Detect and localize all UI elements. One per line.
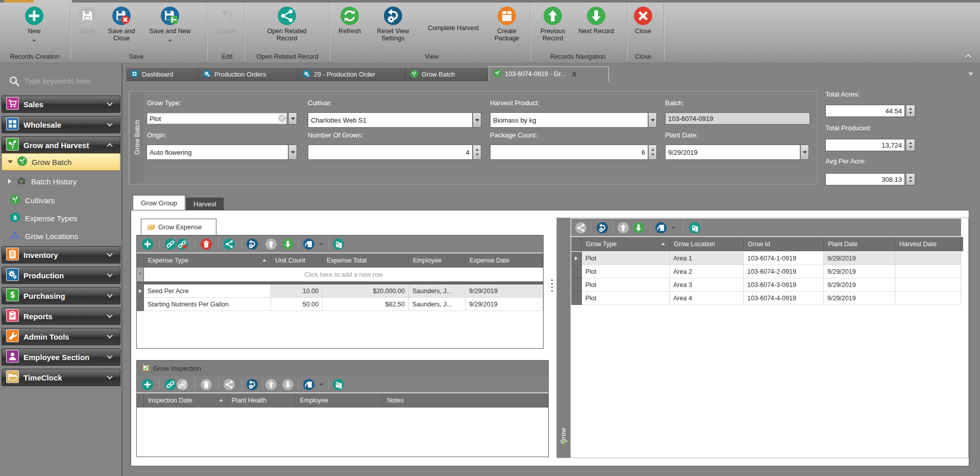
add-row-text[interactable]: Click here to add a new row [144, 268, 543, 281]
table-cell[interactable]: 50.00 [271, 298, 323, 311]
sidebar-item-expense-types[interactable]: $ Expense Types [2, 210, 120, 226]
table-row[interactable]: Seed Per Acre10.00$20,000.00Saunders, J.… [137, 284, 543, 298]
save-and-new-button[interactable]: Save and New [137, 4, 203, 43]
table-row[interactable]: PlotArea 3103-6074-3-09199/29/2019 [571, 278, 963, 292]
table-cell[interactable]: 103-6074-3-0919 [744, 278, 824, 292]
avg-per-acre-spinner[interactable] [906, 173, 915, 185]
sidebar-item-inventory[interactable]: Inventory [2, 246, 120, 264]
splitter-handle[interactable] [551, 279, 553, 292]
refresh-button[interactable]: Refresh [330, 4, 369, 35]
package-count-field[interactable]: 6 [490, 145, 648, 160]
tab-29-production-order[interactable]: 29 - Production Order [298, 68, 406, 81]
column-header-grow-id[interactable]: Grow Id [744, 237, 824, 251]
export-dropdown-icon[interactable] [319, 243, 323, 245]
table-row[interactable]: PlotArea 4103-6074-4-09199/29/2019 [571, 292, 963, 305]
plant-date-field[interactable]: 9/29/2019 [665, 145, 800, 160]
tab-103-6074-0919-gr-[interactable]: 103-6074-0919 - Gr...X [488, 66, 609, 81]
column-header-inspection-date[interactable]: Inspection Date [144, 393, 228, 408]
table-cell[interactable] [895, 265, 961, 278]
origin-field-dropdown-button[interactable] [288, 145, 297, 160]
column-header-expense-date[interactable]: Expense Date [465, 253, 543, 268]
grow-expense-tab[interactable]: $ Grow Expense [141, 219, 216, 235]
export-dropdown-icon[interactable] [671, 227, 675, 229]
reset-view-settings-button[interactable]: Reset View Settings [369, 4, 418, 42]
table-cell[interactable]: 9/29/2019 [465, 284, 543, 298]
column-header-employee[interactable]: Employee [409, 253, 465, 268]
sidebar-item-purchasing[interactable]: $ Purchasing [2, 287, 120, 304]
cancel-button[interactable]: Cancel [209, 4, 245, 35]
harvest-product-field[interactable]: Biomass by kg [490, 112, 648, 128]
table-cell[interactable]: Plot [582, 292, 670, 305]
origin-field[interactable]: Auto flowering [146, 145, 288, 160]
add-button[interactable] [142, 379, 153, 390]
table-cell[interactable]: $82.50 [323, 298, 409, 311]
tab-grow-group[interactable]: Grow Group [133, 195, 185, 210]
add-button[interactable] [142, 239, 153, 250]
column-header-expense-total[interactable]: Expense Total [323, 253, 409, 268]
column-header-notes[interactable]: Notes [383, 393, 548, 408]
sidebar-item-admin-tools[interactable]: Admin Tools [2, 328, 120, 345]
save-button[interactable]: Save [72, 4, 103, 35]
sidebar-item-reports[interactable]: Reports [2, 307, 120, 325]
sidebar-item-timeclock[interactable]: TimeClock [2, 369, 120, 386]
total-acres-spinner[interactable] [906, 105, 915, 117]
table-cell[interactable]: 10.00 [271, 284, 323, 298]
column-header-plant-date[interactable]: Plant Date [824, 237, 895, 251]
add-new-row[interactable]: * Click here to add a new row [137, 268, 543, 281]
open-related-record-button[interactable]: Open Related Record [259, 4, 315, 42]
grow-type-field[interactable]: Plot [146, 112, 287, 125]
table-cell[interactable] [895, 252, 961, 265]
move-down-button[interactable] [633, 222, 644, 233]
sidebar-item-cultivars[interactable]: Cultivars [2, 193, 120, 208]
table-cell[interactable]: 103-6074-4-0919 [744, 292, 824, 305]
sidebar-item-grow-locations[interactable]: Grow Locations [2, 228, 120, 244]
move-down-button[interactable] [282, 239, 293, 250]
export-button[interactable] [303, 379, 314, 390]
collapse-ribbon-icon[interactable] [964, 53, 973, 60]
table-cell[interactable]: $20,000.00 [323, 284, 409, 298]
total-produced-spinner[interactable] [906, 139, 915, 151]
previous-record-button[interactable]: Previous Record [532, 4, 573, 42]
table-cell[interactable]: 9/29/2019 [824, 278, 895, 292]
tab-production-orders[interactable]: Production Orders [199, 68, 298, 81]
table-cell[interactable]: 9/29/2019 [824, 252, 895, 265]
cultivar-field[interactable]: Charlottes Web S1 [308, 112, 473, 128]
column-header-grow-location[interactable]: Grow Location [670, 237, 744, 251]
create-package-button[interactable]: Create Package [489, 4, 525, 42]
export-dropdown-icon[interactable] [319, 384, 323, 386]
avg-per-acre-field[interactable]: 308.13 [825, 173, 905, 185]
cultivar-field-dropdown-button[interactable] [473, 112, 481, 128]
sidebar-item-wholesale[interactable]: Wholesale [2, 116, 120, 133]
link-button[interactable] [165, 379, 176, 390]
table-row[interactable]: Starting Nutrients Per Gallon50.00$82.50… [137, 298, 543, 311]
export-button[interactable] [655, 222, 667, 233]
harvest-product-field-dropdown-button[interactable] [648, 112, 657, 128]
search-input[interactable]: Type keywords here [24, 77, 91, 85]
unlink-button[interactable] [177, 239, 188, 250]
table-cell[interactable]: Saunders, J... [409, 298, 465, 311]
tab-list-dropdown-icon[interactable] [968, 72, 974, 76]
export-button[interactable] [303, 239, 314, 250]
reset-view-button[interactable] [247, 239, 258, 250]
table-cell[interactable]: 103-6074-2-0919 [744, 265, 824, 278]
table-cell[interactable]: 9/29/2019 [824, 265, 895, 278]
table-cell[interactable]: Area 1 [670, 252, 744, 265]
lock-button[interactable] [689, 222, 700, 233]
sidebar-item-grow-batch[interactable]: Grow Batch [2, 153, 120, 171]
table-cell[interactable]: Area 3 [670, 278, 744, 292]
table-row[interactable]: PlotArea 1103-6074-1-09199/29/2019 [571, 252, 963, 265]
table-cell[interactable]: 9/29/2019 [465, 298, 543, 311]
column-header-employee[interactable]: Employee [296, 393, 383, 408]
tab-dashboard[interactable]: Dashboard [126, 68, 199, 81]
plant-date-field-dropdown-button[interactable] [800, 145, 809, 160]
table-cell[interactable]: 103-6074-1-0919 [744, 252, 824, 265]
column-header-unit-count[interactable]: Unit Count [271, 253, 323, 268]
table-cell[interactable]: Area 4 [670, 292, 744, 305]
table-cell[interactable]: Plot [582, 265, 670, 278]
table-cell[interactable]: Seed Per Acre [144, 284, 271, 298]
sidebar-item-employee-section[interactable]: Employee Section [2, 348, 120, 366]
table-row[interactable]: PlotArea 2103-6074-2-09199/29/2019 [571, 265, 963, 278]
lock-button[interactable] [333, 379, 344, 390]
tab-grow-batch[interactable]: Grow Batch [406, 68, 488, 81]
lock-button[interactable] [333, 239, 344, 250]
